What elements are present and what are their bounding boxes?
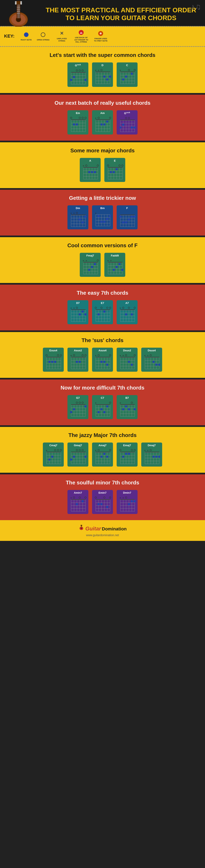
chord-box-e7-1: E7 [92, 300, 113, 324]
chord-diagram-A: ✕ [81, 163, 99, 181]
section-divider [0, 425, 205, 427]
chord-diagram-C: ✕ [118, 67, 136, 85]
svg-text:✕: ✕ [82, 165, 84, 167]
chord-diagram-Amin7: ✕ [69, 495, 87, 513]
svg-point-91 [82, 117, 83, 119]
chord-diagram-E7 [93, 305, 112, 323]
section-title-super-common: Let's start with the super common chords [49, 52, 156, 58]
svg-rect-57 [120, 72, 135, 72]
svg-point-213 [119, 215, 122, 218]
chord-box-esus4-0: Esus4 [43, 348, 64, 372]
svg-point-161 [113, 171, 115, 173]
svg-point-307 [131, 313, 133, 315]
chord-grid-C: ✕ [118, 67, 136, 85]
chord-grid-Cmaj7: ✕ [44, 448, 63, 465]
svg-point-289 [106, 307, 108, 309]
svg-text:✕: ✕ [123, 497, 124, 499]
section-divider [0, 236, 205, 237]
chord-diagram-C7: ✕ [93, 400, 112, 418]
svg-point-577 [106, 506, 108, 508]
chord-diagram-Emin7 [93, 495, 112, 513]
back-finger-symbol [78, 29, 84, 36]
chord-diagram-Am: ✕ [93, 115, 112, 133]
chord-box-d-1: D✕✕ [92, 62, 113, 87]
svg-point-380 [134, 354, 136, 356]
svg-point-432 [103, 411, 106, 413]
chord-name-Emaj7: Emaj7 [123, 444, 131, 447]
chord-name-G: Grock [75, 64, 81, 67]
svg-text:✕: ✕ [70, 307, 72, 309]
svg-point-503 [100, 456, 103, 458]
chord-name-E7: E7 [101, 302, 104, 305]
svg-point-411 [70, 411, 72, 413]
svg-text:✕: ✕ [119, 354, 121, 357]
svg-text:✕: ✕ [147, 450, 149, 452]
svg-text:✕: ✕ [73, 307, 75, 309]
chord-diagram-Esus4 [44, 353, 63, 370]
svg-point-110 [109, 117, 111, 119]
svg-point-485 [76, 449, 78, 451]
key-section: KEY: ROOT NOTE OPEN STRING ✕ UNPLAYED ST… [0, 26, 205, 47]
chord-name-Emin7: Emin7 [98, 491, 106, 494]
svg-rect-525 [145, 452, 159, 453]
svg-rect-21 [71, 72, 86, 73]
svg-rect-507 [120, 452, 135, 453]
section-divider [0, 378, 205, 379]
svg-point-576 [104, 497, 105, 498]
chord-diagram-Dmaj7: ✕✕ [142, 448, 161, 465]
open-string-symbol [40, 31, 46, 38]
svg-point-124 [122, 123, 125, 126]
svg-point-449 [125, 405, 127, 407]
svg-point-162 [115, 168, 118, 170]
svg-point-502 [98, 449, 99, 451]
chord-box-dsus4-4: Dsus4✕✕ [141, 348, 162, 372]
svg-point-125 [125, 117, 127, 119]
fret-note-icon [98, 31, 103, 36]
svg-rect-381 [145, 357, 159, 358]
chord-box-em-0: Em [67, 110, 88, 134]
chord-diagram-Bm: 2fr✕ [93, 211, 112, 228]
svg-point-359 [100, 361, 103, 363]
chord-diagram-D: ✕✕ [93, 67, 112, 85]
svg-point-142 [86, 165, 87, 166]
section-divider [0, 93, 205, 95]
section-easy-7th: The easy 7th chordsD7✕✕E7A7✕ [0, 285, 205, 331]
svg-point-198 [103, 221, 106, 223]
svg-point-361 [106, 364, 108, 366]
chord-box-c7-1: C7✕ [92, 395, 113, 419]
open-string-desc: OPEN STRING [37, 39, 49, 41]
section-title-sus-chords: The 'sus' chords [81, 337, 124, 344]
svg-point-574 [98, 503, 100, 505]
key-unplayed: ✕ UNPLAYED STRING [55, 30, 69, 42]
music-notes-decoration: ♪♫ [191, 2, 201, 11]
chord-name-G7: G7 [76, 396, 79, 399]
chord-grid-E [106, 163, 124, 181]
svg-point-379 [131, 364, 133, 366]
chord-diagram-Dm: ✕✕ [69, 211, 87, 228]
svg-point-253 [118, 263, 121, 265]
svg-point-397 [156, 364, 158, 366]
svg-text:✕: ✕ [70, 497, 72, 499]
chord-name-Dmin7: Dmin7 [123, 491, 131, 494]
key-label: KEY: [4, 33, 14, 39]
chord-grid-B7: ✕ [118, 400, 136, 418]
chord-name-Gmaj7: Gmaj7 [74, 444, 82, 447]
chord-grid-Dm: ✕✕ [69, 211, 87, 228]
chord-diagram-G [118, 116, 136, 133]
footer-logo-domination: Domination [102, 526, 127, 532]
svg-point-578 [109, 497, 111, 498]
svg-point-54 [103, 75, 106, 78]
chord-name-Asus4: Asus4 [98, 349, 106, 352]
svg-rect-39 [96, 72, 110, 72]
chord-grid-D7: ✕✕ [69, 305, 87, 323]
svg-rect-600 [80, 525, 82, 526]
svg-point-233 [88, 269, 91, 271]
key-items: ROOT NOTE OPEN STRING ✕ UNPLAYED STRING [21, 29, 108, 43]
svg-point-179 [76, 212, 78, 214]
chord-name-Dmaj7: Dmaj7 [147, 444, 156, 447]
svg-point-558 [79, 497, 80, 498]
svg-point-573 [95, 497, 97, 498]
svg-point-163 [119, 165, 120, 166]
svg-point-56 [109, 75, 111, 78]
svg-point-20 [100, 32, 102, 34]
